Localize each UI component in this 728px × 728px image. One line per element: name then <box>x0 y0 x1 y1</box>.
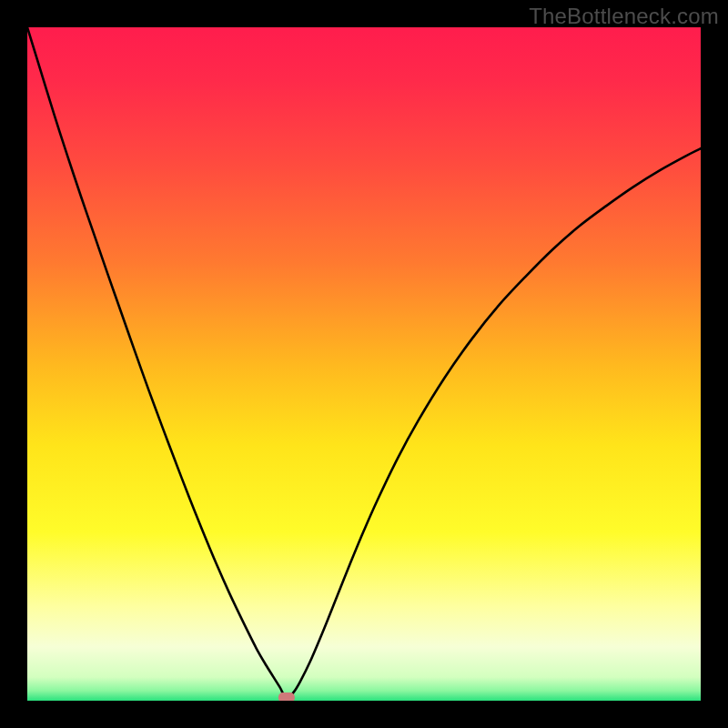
attribution-text: TheBottleneck.com <box>529 4 719 29</box>
gradient-background <box>27 27 701 701</box>
chart-frame: TheBottleneck.com <box>0 0 728 728</box>
plot-area <box>27 27 701 701</box>
optimum-marker <box>278 693 295 701</box>
bottleneck-chart <box>27 27 701 701</box>
